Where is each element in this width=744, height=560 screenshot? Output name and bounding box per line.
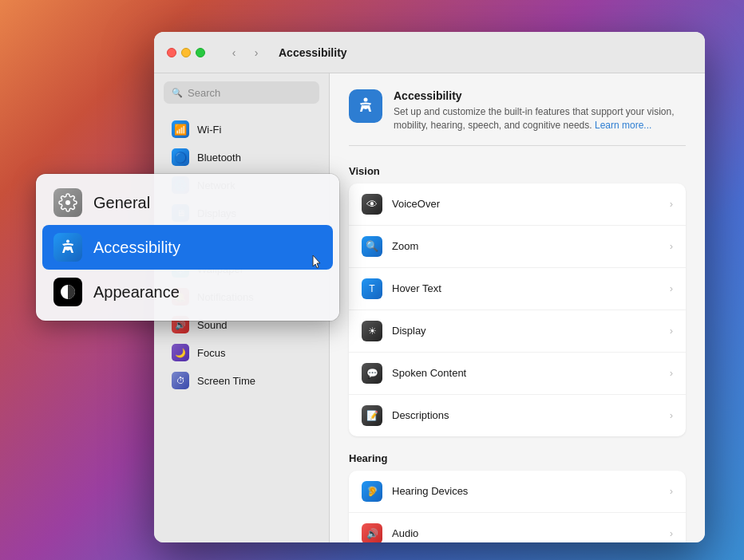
forward-arrow[interactable]: › — [247, 43, 266, 62]
general-popup-icon — [53, 188, 82, 217]
audio-row[interactable]: 🔊 Audio › — [349, 513, 686, 542]
bluetooth-icon: 🔵 — [172, 148, 189, 166]
zoom-chevron: › — [670, 240, 673, 252]
voiceover-icon: 👁 — [362, 194, 382, 215]
audio-label: Audio — [392, 527, 670, 539]
sidebar-item-focus[interactable]: 🌙 Focus — [160, 339, 323, 366]
main-content: Accessibility Set up and customize the b… — [330, 73, 705, 542]
appearance-popup-icon — [53, 278, 82, 306]
window-title: Accessibility — [279, 46, 347, 59]
popup-item-appearance[interactable]: Appearance — [42, 270, 333, 314]
descriptions-label: Descriptions — [392, 409, 670, 421]
hearingdevices-row[interactable]: 🦻 Hearing Devices › — [349, 471, 686, 513]
accessibility-popup-icon — [53, 233, 82, 262]
audio-chevron: › — [670, 527, 673, 539]
popup-item-accessibility-label: Accessibility — [93, 239, 180, 257]
maximize-button[interactable] — [196, 48, 205, 57]
search-placeholder: Search — [188, 87, 220, 99]
screentime-icon: ⏱ — [172, 372, 189, 389]
popup-item-appearance-label: Appearance — [93, 283, 180, 302]
hearingdevices-label: Hearing Devices — [392, 485, 670, 497]
svg-point-0 — [364, 98, 368, 102]
spoken-chevron: › — [670, 367, 673, 379]
titlebar: ‹ › Accessibility — [154, 32, 705, 73]
display-label: Display — [392, 325, 670, 337]
back-arrow[interactable]: ‹ — [224, 43, 243, 62]
audio-icon: 🔊 — [362, 523, 382, 542]
display-chevron: › — [670, 325, 673, 337]
voiceover-chevron: › — [670, 198, 673, 210]
sidebar-item-bluetooth-label: Bluetooth — [197, 152, 241, 164]
accessibility-header-icon — [349, 89, 382, 123]
sidebar-item-wifi-label: Wi-Fi — [197, 124, 221, 136]
focus-icon: 🌙 — [172, 344, 189, 361]
hovertext-chevron: › — [670, 282, 673, 294]
descriptions-row[interactable]: 📝 Descriptions › — [349, 395, 686, 436]
sidebar-item-screentime[interactable]: ⏱ Screen Time — [160, 367, 323, 394]
descriptions-icon: 📝 — [362, 405, 382, 426]
svg-point-2 — [66, 240, 69, 243]
hovertext-row[interactable]: T Hover Text › — [349, 268, 686, 310]
display-icon: ☀ — [362, 321, 382, 341]
hovertext-icon: T — [362, 278, 382, 299]
voiceover-row[interactable]: 👁 VoiceOver › — [349, 183, 686, 226]
accessibility-title: Accessibility — [394, 89, 686, 102]
hearingdevices-chevron: › — [670, 485, 673, 497]
hovertext-label: Hover Text — [392, 282, 670, 294]
descriptions-chevron: › — [670, 409, 673, 421]
hearingdevices-icon: 🦻 — [362, 481, 382, 502]
sidebar-item-screentime-label: Screen Time — [197, 375, 255, 387]
learn-more-link[interactable]: Learn more... — [595, 120, 651, 131]
zoom-icon: 🔍 — [362, 236, 382, 257]
popup-item-accessibility[interactable]: Accessibility — [42, 225, 333, 270]
floating-popup: General Accessibility Appearance — [36, 174, 339, 321]
popup-item-general-label: General — [93, 194, 150, 212]
accessibility-header: Accessibility Set up and customize the b… — [349, 89, 686, 146]
minimize-button[interactable] — [181, 48, 191, 57]
sidebar-item-focus-label: Focus — [197, 347, 225, 359]
wifi-icon: 📶 — [172, 120, 189, 138]
vision-section-header: Vision — [349, 165, 686, 177]
accessibility-header-text: Accessibility Set up and customize the b… — [394, 89, 686, 132]
hearing-settings-group: 🦻 Hearing Devices › 🔊 Audio › CC Caption… — [349, 471, 686, 542]
close-button[interactable] — [167, 48, 176, 57]
spoken-row[interactable]: 💬 Spoken Content › — [349, 353, 686, 395]
sidebar-item-bluetooth[interactable]: 🔵 Bluetooth — [160, 144, 323, 171]
voiceover-label: VoiceOver — [392, 198, 670, 210]
zoom-label: Zoom — [392, 240, 670, 252]
spoken-icon: 💬 — [362, 363, 382, 384]
sidebar-item-wifi[interactable]: 📶 Wi-Fi — [160, 116, 323, 143]
vision-settings-group: 👁 VoiceOver › 🔍 Zoom › T Hover Text › ☀ … — [349, 183, 686, 436]
search-bar[interactable]: 🔍 Search — [164, 81, 319, 104]
nav-arrows: ‹ › — [224, 43, 266, 62]
zoom-row[interactable]: 🔍 Zoom › — [349, 226, 686, 268]
display-row[interactable]: ☀ Display › — [349, 310, 686, 353]
spoken-label: Spoken Content — [392, 367, 670, 379]
hearing-section-header: Hearing — [349, 452, 686, 464]
traffic-lights — [167, 48, 205, 57]
svg-point-1 — [65, 200, 70, 205]
search-icon: 🔍 — [172, 88, 183, 98]
accessibility-description: Set up and customize the built-in featur… — [394, 105, 686, 132]
popup-item-general[interactable]: General — [42, 180, 333, 225]
